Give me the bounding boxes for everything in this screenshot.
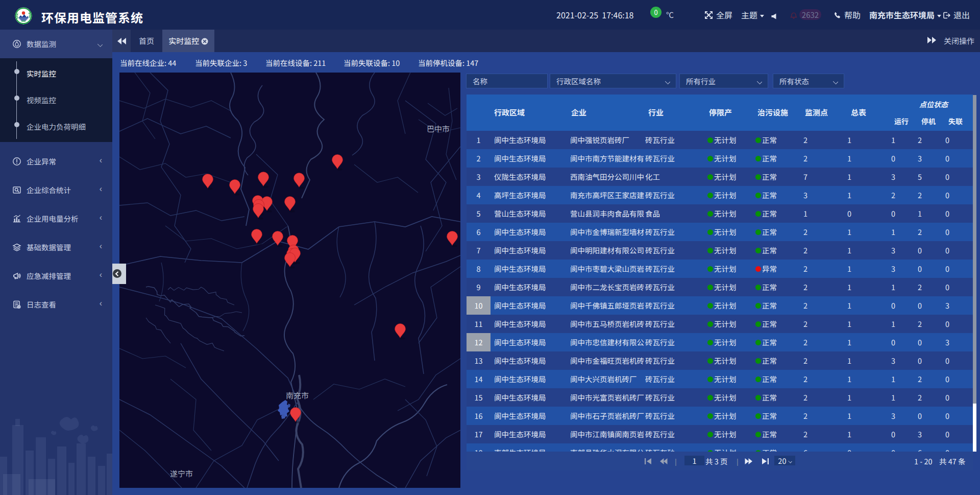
svg-text:遂宁市: 遂宁市 [170, 468, 193, 479]
